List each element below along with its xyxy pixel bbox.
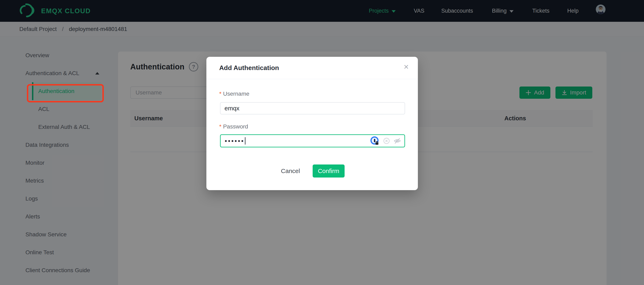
dialog-footer: Cancel Confirm (206, 164, 418, 178)
password-manager-icon[interactable] (370, 136, 380, 146)
eye-off-icon[interactable] (394, 138, 401, 144)
password-field[interactable]: •••••• (220, 134, 405, 148)
username-value: emqx (224, 105, 239, 112)
close-icon[interactable]: ✕ (404, 64, 409, 70)
username-field[interactable]: emqx (220, 102, 405, 114)
required-marker: * (219, 123, 222, 130)
text-cursor (245, 137, 246, 144)
cancel-button[interactable]: Cancel (280, 167, 301, 175)
add-authentication-dialog: Add Authentication ✕ *Username emqx *Pas… (206, 57, 418, 190)
confirm-button[interactable]: Confirm (313, 164, 344, 178)
clear-icon[interactable] (383, 138, 390, 144)
password-masked-value: •••••• (225, 138, 244, 144)
username-label: *Username (219, 90, 249, 97)
dialog-title: Add Authentication (219, 64, 279, 72)
dialog-header: Add Authentication ✕ (206, 57, 418, 79)
password-label: *Password (219, 123, 248, 130)
required-marker: * (219, 90, 222, 97)
